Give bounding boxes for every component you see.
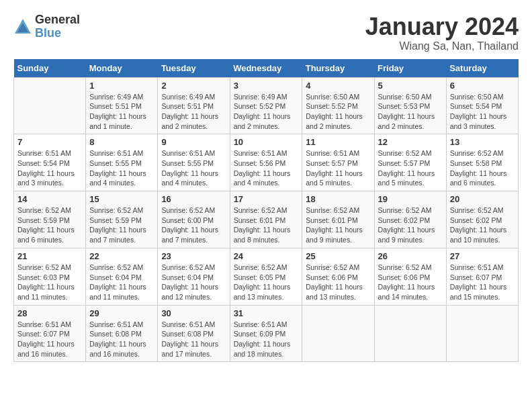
day-info: Sunrise: 6:52 AM Sunset: 6:01 PM Dayligh…: [306, 205, 370, 245]
calendar-week-row: 14Sunrise: 6:52 AM Sunset: 5:59 PM Dayli…: [14, 191, 519, 248]
location: Wiang Sa, Nan, Thailand: [365, 40, 519, 52]
day-number: 7: [17, 137, 82, 147]
day-info: Sunrise: 6:49 AM Sunset: 5:52 PM Dayligh…: [234, 92, 299, 132]
day-number: 10: [234, 137, 299, 147]
day-number: 3: [234, 81, 299, 91]
calendar-cell: 17Sunrise: 6:52 AM Sunset: 6:01 PM Dayli…: [230, 191, 302, 248]
calendar-cell: 5Sunrise: 6:50 AM Sunset: 5:53 PM Daylig…: [374, 77, 446, 134]
day-number: 11: [306, 137, 370, 147]
calendar-cell: [302, 305, 374, 362]
day-number: 20: [450, 194, 515, 204]
calendar-cell: [14, 77, 86, 134]
day-info: Sunrise: 6:51 AM Sunset: 5:55 PM Dayligh…: [161, 148, 226, 188]
day-info: Sunrise: 6:50 AM Sunset: 5:54 PM Dayligh…: [450, 92, 515, 132]
logo-text: General Blue: [35, 13, 80, 40]
calendar-cell: 2Sunrise: 6:49 AM Sunset: 5:51 PM Daylig…: [158, 77, 230, 134]
calendar-cell: 10Sunrise: 6:51 AM Sunset: 5:56 PM Dayli…: [230, 134, 302, 191]
calendar-cell: 24Sunrise: 6:52 AM Sunset: 6:05 PM Dayli…: [230, 248, 302, 305]
day-info: Sunrise: 6:51 AM Sunset: 6:08 PM Dayligh…: [161, 320, 226, 359]
day-number: 13: [450, 137, 515, 147]
page-header: General Blue January 2024 Wiang Sa, Nan,…: [13, 13, 519, 52]
day-info: Sunrise: 6:50 AM Sunset: 5:53 PM Dayligh…: [378, 92, 443, 132]
day-info: Sunrise: 6:52 AM Sunset: 5:59 PM Dayligh…: [17, 205, 82, 245]
day-number: 29: [89, 308, 154, 318]
calendar-cell: [374, 305, 446, 362]
calendar-cell: 3Sunrise: 6:49 AM Sunset: 5:52 PM Daylig…: [230, 77, 302, 134]
calendar-header-sunday: Sunday: [14, 59, 86, 78]
calendar-cell: 13Sunrise: 6:52 AM Sunset: 5:58 PM Dayli…: [446, 134, 518, 191]
day-info: Sunrise: 6:52 AM Sunset: 5:57 PM Dayligh…: [378, 148, 443, 188]
calendar-header-friday: Friday: [374, 59, 446, 78]
day-info: Sunrise: 6:52 AM Sunset: 6:04 PM Dayligh…: [161, 263, 226, 302]
day-number: 23: [161, 251, 226, 261]
day-number: 6: [450, 81, 515, 91]
day-number: 14: [17, 194, 82, 204]
calendar-cell: 11Sunrise: 6:51 AM Sunset: 5:57 PM Dayli…: [302, 134, 374, 191]
day-info: Sunrise: 6:52 AM Sunset: 6:06 PM Dayligh…: [306, 263, 370, 302]
calendar-cell: 20Sunrise: 6:52 AM Sunset: 6:02 PM Dayli…: [446, 191, 518, 248]
day-number: 27: [450, 251, 515, 261]
calendar-cell: 15Sunrise: 6:52 AM Sunset: 5:59 PM Dayli…: [86, 191, 158, 248]
day-info: Sunrise: 6:49 AM Sunset: 5:51 PM Dayligh…: [89, 92, 154, 132]
day-info: Sunrise: 6:49 AM Sunset: 5:51 PM Dayligh…: [161, 92, 226, 132]
day-number: 9: [161, 137, 226, 147]
day-info: Sunrise: 6:51 AM Sunset: 5:57 PM Dayligh…: [306, 148, 370, 188]
day-number: 4: [306, 81, 370, 91]
day-info: Sunrise: 6:50 AM Sunset: 5:52 PM Dayligh…: [306, 92, 370, 132]
day-info: Sunrise: 6:52 AM Sunset: 6:05 PM Dayligh…: [234, 263, 299, 302]
calendar-cell: 21Sunrise: 6:52 AM Sunset: 6:03 PM Dayli…: [14, 248, 86, 305]
day-number: 5: [378, 81, 443, 91]
calendar-cell: 28Sunrise: 6:51 AM Sunset: 6:07 PM Dayli…: [14, 305, 86, 362]
calendar-header-wednesday: Wednesday: [230, 59, 302, 78]
day-info: Sunrise: 6:52 AM Sunset: 5:59 PM Dayligh…: [89, 205, 154, 245]
day-info: Sunrise: 6:51 AM Sunset: 6:07 PM Dayligh…: [450, 263, 515, 302]
calendar-cell: 14Sunrise: 6:52 AM Sunset: 5:59 PM Dayli…: [14, 191, 86, 248]
day-number: 17: [234, 194, 299, 204]
day-info: Sunrise: 6:52 AM Sunset: 6:02 PM Dayligh…: [378, 205, 443, 245]
day-number: 16: [161, 194, 226, 204]
calendar-week-row: 21Sunrise: 6:52 AM Sunset: 6:03 PM Dayli…: [14, 248, 519, 305]
calendar-cell: 12Sunrise: 6:52 AM Sunset: 5:57 PM Dayli…: [374, 134, 446, 191]
day-info: Sunrise: 6:51 AM Sunset: 5:54 PM Dayligh…: [17, 148, 82, 188]
calendar-table: SundayMondayTuesdayWednesdayThursdayFrid…: [13, 59, 519, 363]
day-number: 18: [306, 194, 370, 204]
calendar-cell: 25Sunrise: 6:52 AM Sunset: 6:06 PM Dayli…: [302, 248, 374, 305]
day-number: 25: [306, 251, 370, 261]
day-number: 12: [378, 137, 443, 147]
day-info: Sunrise: 6:51 AM Sunset: 6:07 PM Dayligh…: [17, 320, 82, 359]
month-title: January 2024: [365, 13, 519, 40]
calendar-cell: 30Sunrise: 6:51 AM Sunset: 6:08 PM Dayli…: [158, 305, 230, 362]
day-info: Sunrise: 6:52 AM Sunset: 6:01 PM Dayligh…: [234, 205, 299, 245]
calendar-header-row: SundayMondayTuesdayWednesdayThursdayFrid…: [14, 59, 519, 78]
day-info: Sunrise: 6:52 AM Sunset: 6:06 PM Dayligh…: [378, 263, 443, 302]
calendar-cell: 1Sunrise: 6:49 AM Sunset: 5:51 PM Daylig…: [86, 77, 158, 134]
day-info: Sunrise: 6:52 AM Sunset: 6:02 PM Dayligh…: [450, 205, 515, 245]
calendar-header-saturday: Saturday: [446, 59, 518, 78]
day-number: 2: [161, 81, 226, 91]
calendar-cell: [446, 305, 518, 362]
day-info: Sunrise: 6:52 AM Sunset: 5:58 PM Dayligh…: [450, 148, 515, 188]
calendar-cell: 31Sunrise: 6:51 AM Sunset: 6:09 PM Dayli…: [230, 305, 302, 362]
day-info: Sunrise: 6:52 AM Sunset: 6:03 PM Dayligh…: [17, 263, 82, 302]
day-number: 31: [234, 308, 299, 318]
day-info: Sunrise: 6:51 AM Sunset: 5:55 PM Dayligh…: [89, 148, 154, 188]
day-number: 21: [17, 251, 82, 261]
day-number: 15: [89, 194, 154, 204]
logo-blue: Blue: [35, 27, 80, 40]
calendar-week-row: 28Sunrise: 6:51 AM Sunset: 6:07 PM Dayli…: [14, 305, 519, 362]
calendar-cell: 19Sunrise: 6:52 AM Sunset: 6:02 PM Dayli…: [374, 191, 446, 248]
day-info: Sunrise: 6:52 AM Sunset: 6:04 PM Dayligh…: [89, 263, 154, 302]
day-number: 19: [378, 194, 443, 204]
calendar-week-row: 7Sunrise: 6:51 AM Sunset: 5:54 PM Daylig…: [14, 134, 519, 191]
title-area: January 2024 Wiang Sa, Nan, Thailand: [365, 13, 519, 52]
calendar-cell: 9Sunrise: 6:51 AM Sunset: 5:55 PM Daylig…: [158, 134, 230, 191]
calendar-cell: 6Sunrise: 6:50 AM Sunset: 5:54 PM Daylig…: [446, 77, 518, 134]
day-info: Sunrise: 6:51 AM Sunset: 6:08 PM Dayligh…: [89, 320, 154, 359]
calendar-cell: 7Sunrise: 6:51 AM Sunset: 5:54 PM Daylig…: [14, 134, 86, 191]
day-number: 26: [378, 251, 443, 261]
calendar-cell: 29Sunrise: 6:51 AM Sunset: 6:08 PM Dayli…: [86, 305, 158, 362]
calendar-cell: 18Sunrise: 6:52 AM Sunset: 6:01 PM Dayli…: [302, 191, 374, 248]
calendar-cell: 23Sunrise: 6:52 AM Sunset: 6:04 PM Dayli…: [158, 248, 230, 305]
calendar-week-row: 1Sunrise: 6:49 AM Sunset: 5:51 PM Daylig…: [14, 77, 519, 134]
day-info: Sunrise: 6:51 AM Sunset: 6:09 PM Dayligh…: [234, 320, 299, 359]
